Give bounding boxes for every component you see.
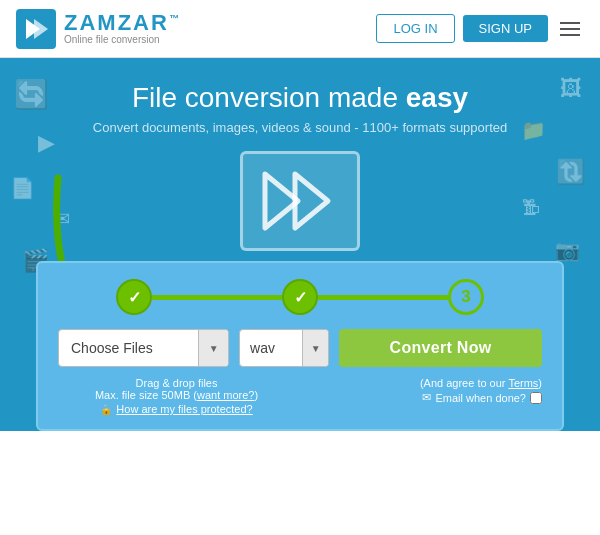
email-icon: ✉ [422, 391, 431, 404]
lock-icon: 🔒 [100, 404, 112, 415]
step-2: ✓ [282, 279, 318, 315]
logo-tagline: Online file conversion [64, 34, 181, 45]
convert-now-button[interactable]: Convert Now [339, 329, 542, 367]
hamburger-menu[interactable] [556, 18, 584, 40]
choose-files-label: Choose Files [59, 340, 198, 356]
email-row: ✉ Email when done? [422, 391, 542, 404]
hero-section: 🔄 ▶ 📄 ✉ 🎬 ♪ 🖼 📁 🔃 🗜 📷 📝 File conversion … [0, 58, 600, 431]
hero-subtitle: Convert documents, images, videos & soun… [20, 120, 580, 135]
bottom-left-info: Drag & drop files Max. file size 50MB (w… [58, 377, 295, 415]
drag-drop-text: Drag & drop files [58, 377, 295, 389]
format-select[interactable]: wav ▼ [239, 329, 329, 367]
hero-title: File conversion made easy [20, 82, 580, 114]
terms-link[interactable]: Terms [508, 377, 538, 389]
logo-name: ZAMZAR™ [64, 12, 181, 34]
site-header: ZAMZAR™ Online file conversion LOG IN SI… [0, 0, 600, 58]
step-line-2 [318, 295, 448, 300]
bottom-right-info: (And agree to our Terms) ✉ Email when do… [305, 377, 542, 404]
choose-files-dropdown-icon[interactable]: ▼ [198, 329, 228, 367]
signup-button[interactable]: SIGN UP [463, 15, 548, 42]
step-1: ✓ [116, 279, 152, 315]
email-when-done-label: Email when done? [435, 392, 526, 404]
controls-row: Choose Files ▼ wav ▼ Convert Now [58, 329, 542, 367]
header-buttons: LOG IN SIGN UP [376, 14, 584, 43]
login-button[interactable]: LOG IN [376, 14, 454, 43]
protected-row: 🔒 How are my files protected? [58, 403, 295, 415]
email-when-done-checkbox[interactable] [530, 392, 542, 404]
format-value: wav [240, 340, 302, 356]
steps-row: ✓ ✓ 3 [58, 279, 542, 315]
agree-text: (And agree to our Terms) [420, 377, 542, 389]
want-more-link[interactable]: want more? [197, 389, 254, 401]
logo-text: ZAMZAR™ Online file conversion [64, 12, 181, 45]
max-size-text: Max. file size 50MB (want more?) [58, 389, 295, 401]
choose-files-button[interactable]: Choose Files ▼ [58, 329, 229, 367]
step-line-1 [152, 295, 282, 300]
format-dropdown-icon[interactable]: ▼ [302, 329, 328, 367]
step-3: 3 [448, 279, 484, 315]
logo-area: ZAMZAR™ Online file conversion [16, 9, 181, 49]
play-box [240, 151, 360, 251]
converter-panel: ✓ ✓ 3 Choose Files ▼ wav ▼ Convert Now [36, 261, 564, 431]
bottom-info: Drag & drop files Max. file size 50MB (w… [58, 377, 542, 415]
protected-link[interactable]: How are my files protected? [116, 403, 252, 415]
logo-icon [16, 9, 56, 49]
svg-marker-1 [34, 19, 48, 39]
